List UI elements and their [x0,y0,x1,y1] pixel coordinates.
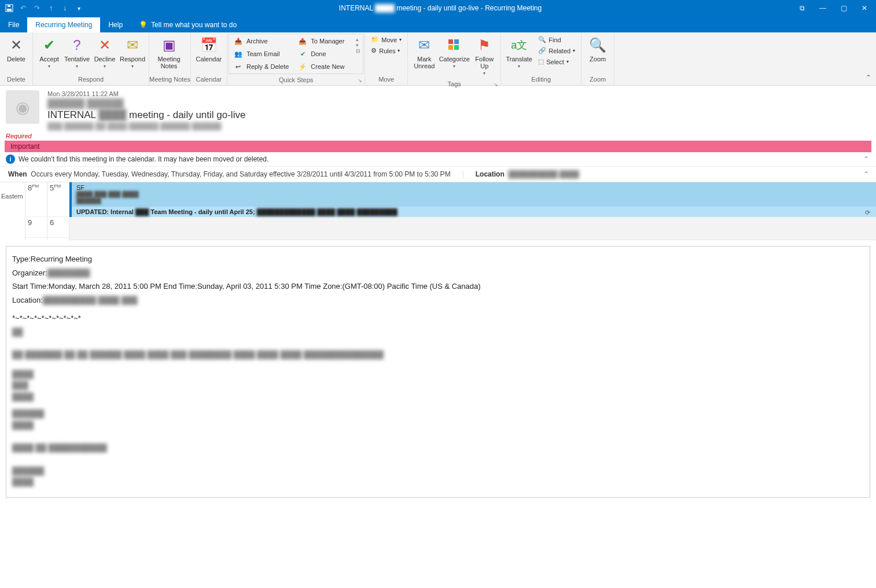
meeting-notes-button[interactable]: ▣ Meeting Notes [153,35,185,71]
tab-file[interactable]: File [0,17,27,32]
calendar-event-2[interactable]: UPDATED: Internal ███ Team Meeting - dai… [69,207,876,217]
zoom-icon: 🔍 [588,36,607,54]
group-label-quicksteps: Quick Steps↘ [227,75,365,86]
time-column-right: 5PM 6 [47,182,69,240]
move-icon: 📁 [371,36,379,43]
archive-icon: 📥 [234,36,243,46]
delete-button[interactable]: ✕ Delete [3,35,29,64]
rules-icon: ⚙ [371,47,377,54]
close-icon[interactable]: ✕ [860,3,869,13]
qs-create-new[interactable]: ⚡Create New [295,61,352,72]
question-icon: ? [68,36,86,54]
when-bar: When Occurs every Monday, Tuesday, Wedne… [0,166,876,182]
qs-expand-icon[interactable]: ⊟ [356,48,360,54]
delete-x-icon: ✕ [7,36,25,54]
tentative-button[interactable]: ? Tentative▾ [64,35,90,70]
calendar-event-1[interactable]: SF ████ ███ ███ ████ ██████ [69,182,876,207]
select-icon: ⬚ [538,58,544,65]
ribbon-collapse-icon[interactable]: ⌃ [866,74,871,82]
svg-rect-5 [448,45,453,50]
check-icon: ✔ [40,36,58,54]
find-icon: 🔍 [538,36,546,43]
accept-button[interactable]: ✔ Accept▾ [36,35,62,70]
mark-unread-button[interactable]: ✉ Mark Unread [411,35,437,71]
calendar-preview: Eastern 8PM 9 5PM 6 SF ████ ███ ███ ████… [0,182,876,240]
qs-team-email[interactable]: 👥Team Email [230,48,292,60]
related-icon: 🔗 [538,47,546,54]
svg-rect-6 [454,45,459,50]
translate-icon: a文 [510,36,528,54]
maximize-icon[interactable]: ▢ [839,3,848,13]
info-text: We couldn't find this meeting in the cal… [19,155,268,163]
svg-rect-2 [8,5,10,7]
info-collapse-icon[interactable]: ⌃ [863,155,869,163]
done-icon: ✔ [298,49,307,58]
qs-scroll-down-icon[interactable]: ▾ [356,42,360,48]
svg-rect-3 [448,39,453,44]
info-icon: i [6,155,15,164]
related-button[interactable]: 🔗Related ▾ [536,46,577,56]
move-button[interactable]: 📁Move ▾ [369,35,404,45]
ribbon: ✕ Delete Delete ✔ Accept▾ ? Tentative▾ ✕… [0,32,876,86]
calendar-icon: 📅 [200,36,218,54]
find-button[interactable]: 🔍Find [536,35,577,45]
time-column-left: 8PM 9 [25,182,47,240]
message-from: ██████ ██████ [47,98,870,108]
categorize-button[interactable]: Categorize▾ [439,35,469,70]
group-label-move: Move [365,75,407,85]
lightbulb-icon: 💡 [139,21,148,29]
qs-scroll-up-icon[interactable]: ▴ [356,36,360,42]
respond-button[interactable]: ✉ Respond▾ [120,35,145,70]
qat-customize-icon[interactable]: ▾ [74,3,83,13]
message-body[interactable]: Type:Recurring Meeting Organizer:███████… [6,246,870,498]
qs-reply-delete[interactable]: ↩Reply & Delete [230,61,292,72]
qs-launcher-icon[interactable]: ↘ [358,78,362,83]
qs-archive[interactable]: 📥Archive [230,35,292,47]
qs-done[interactable]: ✔Done [295,48,352,60]
qs-to-manager[interactable]: 📤To Manager [295,35,352,47]
respond-icon: ✉ [123,36,142,54]
when-collapse-icon[interactable]: ⌃ [863,170,869,178]
window-popup-icon[interactable]: ⧉ [797,3,807,13]
tags-launcher-icon[interactable]: ↘ [494,82,498,87]
tab-help[interactable]: Help [100,17,131,32]
timezone-label: Eastern [0,182,25,201]
arrow-down-icon[interactable]: ↓ [60,3,69,13]
decline-button[interactable]: ✕ Decline▾ [92,35,117,70]
titlebar: ↶ ↷ ↑ ↓ ▾ INTERNAL ████ meeting - daily … [0,0,876,16]
redo-icon[interactable]: ↷ [32,3,42,13]
group-label-delete: Delete [0,75,32,85]
required-label: Required [0,133,876,139]
decline-x-icon: ✕ [95,36,114,54]
important-bar: Important [5,141,871,152]
tell-me-search[interactable]: 💡 Tell me what you want to do [131,17,245,32]
arrow-up-icon[interactable]: ↑ [46,3,56,13]
message-recipients: ███ ██████ ██ ████ ██████ ██████ ██████ [47,122,870,130]
translate-button[interactable]: a文 Translate▾ [505,35,533,70]
message-date: Mon 3/28/2011 11:22 AM [47,90,870,97]
zoom-button[interactable]: 🔍 Zoom [585,35,610,64]
message-subject: INTERNAL ████ meeting - daily until go-l… [47,109,870,121]
save-icon[interactable] [5,3,14,13]
group-label-notes: Meeting Notes [149,75,190,85]
calendar-empty-slot[interactable] [69,217,876,240]
group-label-tags: Tags↘ [408,79,500,90]
tab-recurring-meeting[interactable]: Recurring Meeting [27,17,100,32]
menubar: File Recurring Meeting Help 💡 Tell me wh… [0,16,876,32]
group-label-zoom: Zoom [581,75,614,85]
undo-icon[interactable]: ↶ [19,3,28,13]
recurring-icon: ⟳ [865,209,870,216]
to-manager-icon: 📤 [298,36,307,46]
minimize-icon[interactable]: — [818,3,827,13]
flag-icon: ⚑ [475,36,494,54]
select-button[interactable]: ⬚Select ▾ [536,57,577,67]
message-header: ◉ Mon 3/28/2011 11:22 AM ██████ ██████ I… [0,86,876,133]
onenote-icon: ▣ [160,36,178,54]
svg-rect-1 [7,9,12,11]
follow-up-button[interactable]: ⚑ Follow Up▾ [472,35,497,77]
reply-delete-icon: ↩ [234,62,243,71]
group-label-editing: Editing [501,75,581,85]
group-label-respond: Respond [33,75,149,85]
calendar-button[interactable]: 📅 Calendar [194,35,223,64]
rules-button[interactable]: ⚙Rules ▾ [369,46,404,56]
